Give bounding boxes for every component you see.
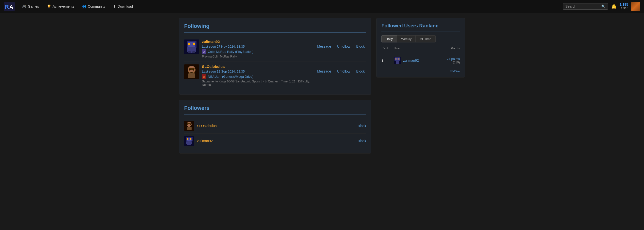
ranking-tabs: Daily Weekly All Time — [382, 35, 460, 43]
following-section: Following — [179, 18, 371, 95]
username-zuliman[interactable]: zuliman92 — [202, 40, 313, 44]
ranking-row-1: 1 zuliman92 74 — [382, 55, 460, 66]
following-item-zuliman: zuliman92 Last seen 27 Nov 2024, 18:35 🏎… — [184, 37, 366, 62]
svg-text:A: A — [9, 4, 13, 10]
logo[interactable]: R A — [4, 2, 15, 11]
download-icon: ⬇ — [113, 5, 116, 9]
block-button-slos-following[interactable]: Block — [355, 68, 366, 74]
game-name-slos: NBA Jam (Genesis/Mega Drive) — [208, 75, 253, 79]
game-name-zuliman: Colin McRae Rally (PlayStation) — [208, 50, 254, 54]
user-points: 1,195 1,916 — [620, 3, 628, 10]
follower-name-zuliman[interactable]: zuliman92 — [197, 139, 355, 143]
user-points-bot: 1,916 — [621, 7, 628, 10]
svg-point-6 — [188, 43, 190, 45]
block-button-zuliman[interactable]: Block — [355, 44, 366, 49]
header-user: User — [394, 46, 451, 50]
rank-username-zuliman[interactable]: zuliman92 — [403, 59, 419, 62]
rank-points-value: 74 points — [447, 57, 460, 61]
user-avatar[interactable] — [631, 2, 640, 11]
followers-section: Followers SLOslobulus Block — [179, 100, 371, 153]
user-info-slos: SLOslobulus Last seen 12 Sep 2024, 22:35… — [202, 64, 313, 87]
community-icon: 👥 — [82, 5, 86, 9]
actions-slos: Message Unfollow Block — [316, 64, 366, 74]
more-link[interactable]: more... — [382, 69, 460, 72]
svg-point-7 — [193, 43, 195, 45]
svg-rect-29 — [187, 127, 192, 130]
block-button-follower-zuliman[interactable]: Block — [358, 139, 366, 143]
nav-games-label: Games — [28, 5, 39, 9]
activity-zuliman: Playing Colin McRae Rally — [202, 55, 313, 58]
last-seen-zuliman: Last seen 27 Nov 2024, 18:35 — [202, 45, 313, 48]
svg-rect-9 — [187, 47, 189, 52]
svg-point-34 — [190, 138, 191, 140]
navbar: R A 🎮 Games 🏆 Achievements 👥 Community ⬇… — [0, 0, 644, 13]
unfollow-button-zuliman[interactable]: Unfollow — [336, 44, 352, 49]
nav-community[interactable]: 👥 Community — [79, 3, 109, 10]
ranking-card: Followed Users Ranking Daily Weekly All … — [376, 18, 465, 78]
rank-points-zuliman: 74 points (189) — [447, 57, 460, 64]
unfollow-button-slos[interactable]: Unfollow — [336, 68, 352, 74]
rank-avatar-zuliman — [394, 57, 401, 64]
left-column: Following — [179, 18, 371, 158]
rank-points-sub: (189) — [447, 61, 460, 64]
tab-daily[interactable]: Daily — [382, 35, 397, 43]
trophy-icon: 🏆 — [47, 5, 51, 9]
following-item-slos: SLOslobulus Last seen 12 Sep 2024, 22:35… — [184, 62, 366, 90]
username-slos[interactable]: SLOslobulus — [202, 64, 313, 69]
svg-point-41 — [396, 59, 397, 60]
svg-point-42 — [398, 59, 400, 60]
ranking-divider — [382, 32, 460, 32]
ranking-title: Followed Users Ranking — [382, 23, 460, 29]
message-button-slos[interactable]: Message — [316, 68, 332, 74]
search-icon: 🔍 — [601, 5, 606, 9]
game-info-slos: 🏀 NBA Jam (Genesis/Mega Drive) — [202, 74, 313, 79]
svg-rect-21 — [188, 73, 195, 78]
svg-rect-10 — [194, 47, 196, 52]
game-icon-nba: 🏀 — [202, 74, 206, 79]
actions-zuliman: Message Unfollow Block — [316, 40, 366, 49]
user-points-top: 1,195 — [620, 3, 628, 7]
rank-number-1: 1 — [382, 59, 394, 63]
header-rank: Rank — [382, 46, 394, 50]
header-points: Points — [451, 46, 460, 50]
search-input[interactable] — [565, 5, 600, 9]
rank-user-1: zuliman92 — [394, 57, 447, 64]
last-seen-slos: Last seen 12 Sep 2024, 22:35 — [202, 70, 313, 73]
follower-avatar-zuliman — [184, 136, 194, 146]
svg-rect-35 — [187, 141, 191, 145]
avatar-zuliman — [184, 40, 199, 54]
follower-item-slos: SLOslobulus Block — [184, 118, 366, 133]
svg-point-27 — [188, 124, 188, 125]
bell-icon[interactable]: 🔔 — [611, 4, 617, 9]
svg-text:R: R — [5, 4, 9, 10]
follower-name-slos[interactable]: SLOslobulus — [197, 124, 355, 128]
nav-community-label: Community — [88, 5, 105, 9]
nav-items: 🎮 Games 🏆 Achievements 👥 Community ⬇ Dow… — [19, 3, 561, 10]
message-button-zuliman[interactable]: Message — [316, 44, 332, 49]
game-icon-colin: 🏎 — [202, 49, 206, 54]
following-title: Following — [184, 23, 366, 29]
svg-point-20 — [192, 69, 194, 71]
svg-point-19 — [189, 69, 190, 71]
svg-rect-11 — [188, 51, 191, 53]
nav-games[interactable]: 🎮 Games — [19, 3, 42, 10]
right-column: Followed Users Ranking Daily Weekly All … — [376, 18, 465, 158]
activity-slos: Sacramento Kings 66-58 San Antonio Spurs… — [202, 80, 313, 87]
nav-right: 🔍 🔔 1,195 1,916 — [563, 2, 640, 11]
svg-rect-43 — [396, 61, 399, 64]
nav-download[interactable]: ⬇ Download — [110, 3, 136, 10]
svg-rect-36 — [186, 142, 187, 144]
nav-achievements-label: Achievements — [52, 5, 74, 9]
game-info-zuliman: 🏎 Colin McRae Rally (PlayStation) — [202, 49, 313, 54]
main-layout: Following — [174, 13, 470, 163]
tab-alltime[interactable]: All Time — [416, 35, 436, 43]
avatar-slos-art — [184, 64, 199, 79]
follower-item-zuliman: zuliman92 Block — [184, 133, 366, 148]
avatar-zuliman-art — [184, 40, 199, 54]
nav-achievements[interactable]: 🏆 Achievements — [44, 3, 78, 10]
block-button-follower-slos[interactable]: Block — [358, 124, 366, 128]
svg-point-28 — [190, 124, 191, 125]
gamepad-icon: 🎮 — [22, 5, 26, 9]
tab-weekly[interactable]: Weekly — [397, 35, 416, 43]
search-bar[interactable]: 🔍 — [563, 3, 608, 10]
